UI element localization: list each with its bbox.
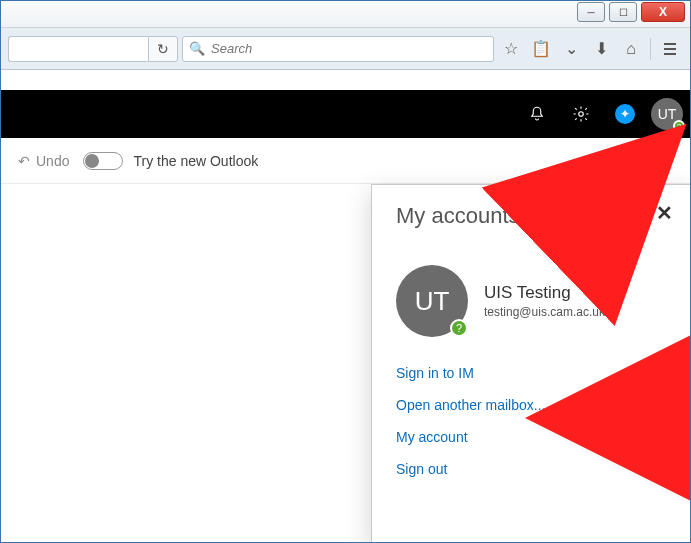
megaphone-icon: ✦ bbox=[615, 104, 635, 124]
toggle-knob bbox=[85, 154, 99, 168]
search-icon: 🔍 bbox=[189, 41, 205, 56]
window-titlebar: ─ ☐ X bbox=[0, 0, 691, 28]
presence-indicator: ? bbox=[450, 319, 468, 337]
outlook-sub-toolbar: ↶ Undo Try the new Outlook bbox=[0, 138, 691, 184]
account-info: UIS Testing testing@uis.cam.ac.uk bbox=[484, 283, 605, 319]
panel-close-button[interactable]: ✕ bbox=[656, 201, 673, 225]
reload-button[interactable]: ↻ bbox=[148, 36, 178, 62]
whats-new-button[interactable]: ✦ bbox=[607, 96, 643, 132]
account-avatar: UT ? bbox=[396, 265, 468, 337]
home-icon: ⌂ bbox=[626, 40, 636, 58]
hamburger-icon bbox=[662, 41, 678, 57]
presence-indicator: ? bbox=[673, 120, 685, 132]
avatar-initials: UT bbox=[658, 106, 677, 122]
sign-in-im-link[interactable]: Sign in to IM bbox=[396, 365, 667, 381]
undo-button[interactable]: ↶ Undo bbox=[18, 153, 69, 169]
panel-title: My accounts bbox=[396, 203, 667, 229]
clipboard-icon: 📋 bbox=[531, 39, 551, 58]
sign-out-link[interactable]: Sign out bbox=[396, 461, 667, 477]
url-input[interactable] bbox=[8, 36, 148, 62]
library-button[interactable]: 📋 bbox=[528, 36, 554, 62]
account-name: UIS Testing bbox=[484, 283, 605, 303]
bookmark-button[interactable]: ☆ bbox=[498, 36, 524, 62]
window-maximize-button[interactable]: ☐ bbox=[609, 2, 637, 22]
reload-icon: ↻ bbox=[157, 41, 169, 57]
app-header: ✦ UT ? bbox=[0, 90, 691, 138]
search-input[interactable] bbox=[211, 41, 487, 56]
notifications-button[interactable] bbox=[519, 96, 555, 132]
maximize-icon: ☐ bbox=[619, 7, 628, 18]
browser-toolbar: ↻ 🔍 ☆ 📋 ⌄ ⬇ ⌂ bbox=[0, 28, 691, 70]
url-area: ↻ bbox=[8, 35, 178, 63]
search-box[interactable]: 🔍 bbox=[182, 36, 494, 62]
minimize-icon: ─ bbox=[587, 7, 594, 18]
svg-point-0 bbox=[579, 112, 584, 117]
my-account-link[interactable]: My account bbox=[396, 429, 667, 445]
account-avatar-button[interactable]: UT ? bbox=[651, 98, 683, 130]
undo-label: Undo bbox=[36, 153, 69, 169]
window-close-button[interactable]: X bbox=[641, 2, 685, 22]
account-row: UT ? UIS Testing testing@uis.cam.ac.uk bbox=[396, 265, 667, 337]
star-icon: ☆ bbox=[504, 39, 518, 58]
close-icon: X bbox=[659, 5, 667, 19]
pocket-button[interactable]: ⌄ bbox=[558, 36, 584, 62]
account-email: testing@uis.cam.ac.uk bbox=[484, 305, 605, 319]
bell-icon bbox=[528, 105, 546, 123]
close-icon: ✕ bbox=[656, 202, 673, 224]
hamburger-menu-button[interactable] bbox=[657, 36, 683, 62]
download-icon: ⬇ bbox=[595, 39, 608, 58]
undo-icon: ↶ bbox=[18, 153, 30, 169]
new-outlook-toggle[interactable] bbox=[83, 152, 123, 170]
gear-icon bbox=[572, 105, 590, 123]
pocket-icon: ⌄ bbox=[565, 39, 578, 58]
account-links: Sign in to IM Open another mailbox... My… bbox=[396, 365, 667, 477]
toggle-label: Try the new Outlook bbox=[133, 153, 258, 169]
divider bbox=[650, 38, 651, 60]
downloads-button[interactable]: ⬇ bbox=[588, 36, 614, 62]
window-minimize-button[interactable]: ─ bbox=[577, 2, 605, 22]
home-button[interactable]: ⌂ bbox=[618, 36, 644, 62]
settings-button[interactable] bbox=[563, 96, 599, 132]
my-accounts-panel: My accounts ✕ UT ? UIS Testing testing@u… bbox=[371, 184, 691, 543]
avatar-initials: UT bbox=[415, 286, 450, 317]
open-another-mailbox-link[interactable]: Open another mailbox... bbox=[396, 397, 667, 413]
